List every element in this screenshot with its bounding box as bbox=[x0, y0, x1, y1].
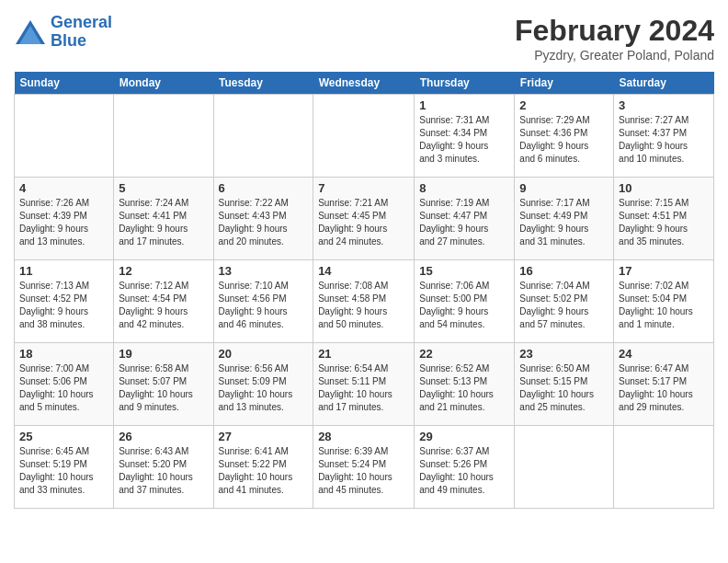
day-number: 25 bbox=[19, 430, 108, 443]
day-number: 11 bbox=[19, 264, 108, 278]
day-number: 20 bbox=[219, 347, 309, 361]
day-info: Sunrise: 7:13 AM Sunset: 4:52 PM Dayligh… bbox=[19, 280, 108, 331]
day-number: 23 bbox=[519, 347, 609, 361]
calendar-cell: 29Sunrise: 6:37 AM Sunset: 5:26 PM Dayli… bbox=[415, 426, 515, 509]
calendar-cell: 2Sunrise: 7:29 AM Sunset: 4:36 PM Daylig… bbox=[515, 95, 614, 178]
calendar-cell: 23Sunrise: 6:50 AM Sunset: 5:15 PM Dayli… bbox=[515, 343, 614, 426]
calendar-cell: 25Sunrise: 6:45 AM Sunset: 5:19 PM Dayli… bbox=[15, 426, 114, 509]
calendar-cell bbox=[614, 426, 714, 509]
logo-line2: Blue bbox=[51, 32, 112, 51]
calendar-cell: 11Sunrise: 7:13 AM Sunset: 4:52 PM Dayli… bbox=[15, 260, 114, 343]
day-number: 29 bbox=[419, 430, 509, 443]
calendar-cell: 8Sunrise: 7:19 AM Sunset: 4:47 PM Daylig… bbox=[415, 178, 515, 260]
calendar-cell bbox=[515, 426, 614, 509]
calendar-cell: 15Sunrise: 7:06 AM Sunset: 5:00 PM Dayli… bbox=[415, 260, 515, 343]
day-info: Sunrise: 6:58 AM Sunset: 5:07 PM Dayligh… bbox=[119, 362, 208, 414]
day-info: Sunrise: 6:54 AM Sunset: 5:11 PM Dayligh… bbox=[318, 362, 409, 414]
calendar-week-row: 1Sunrise: 7:31 AM Sunset: 4:34 PM Daylig… bbox=[15, 95, 714, 178]
calendar-cell: 1Sunrise: 7:31 AM Sunset: 4:34 PM Daylig… bbox=[415, 95, 515, 178]
day-info: Sunrise: 7:29 AM Sunset: 4:36 PM Dayligh… bbox=[519, 114, 609, 166]
calendar-week-row: 18Sunrise: 7:00 AM Sunset: 5:06 PM Dayli… bbox=[15, 343, 714, 426]
logo-icon bbox=[14, 18, 47, 46]
calendar-cell: 16Sunrise: 7:04 AM Sunset: 5:02 PM Dayli… bbox=[515, 260, 614, 343]
day-info: Sunrise: 7:19 AM Sunset: 4:47 PM Dayligh… bbox=[419, 197, 509, 248]
day-info: Sunrise: 7:15 AM Sunset: 4:51 PM Dayligh… bbox=[619, 197, 709, 248]
day-number: 27 bbox=[219, 430, 309, 443]
day-number: 21 bbox=[318, 347, 409, 361]
day-info: Sunrise: 6:39 AM Sunset: 5:24 PM Dayligh… bbox=[318, 445, 409, 497]
weekday-header-wednesday: Wednesday bbox=[313, 72, 415, 95]
calendar-cell: 4Sunrise: 7:26 AM Sunset: 4:39 PM Daylig… bbox=[15, 178, 114, 260]
day-info: Sunrise: 6:43 AM Sunset: 5:20 PM Dayligh… bbox=[119, 445, 208, 497]
day-number: 13 bbox=[219, 264, 309, 278]
logo-text: General Blue bbox=[51, 14, 112, 51]
calendar-cell: 20Sunrise: 6:56 AM Sunset: 5:09 PM Dayli… bbox=[213, 343, 313, 426]
day-number: 26 bbox=[119, 430, 208, 443]
day-number: 15 bbox=[419, 264, 509, 278]
calendar-cell: 27Sunrise: 6:41 AM Sunset: 5:22 PM Dayli… bbox=[213, 426, 313, 509]
calendar-cell: 5Sunrise: 7:24 AM Sunset: 4:41 PM Daylig… bbox=[114, 178, 213, 260]
day-number: 10 bbox=[619, 181, 709, 195]
logo-line1: General bbox=[51, 13, 112, 31]
day-info: Sunrise: 7:04 AM Sunset: 5:02 PM Dayligh… bbox=[519, 280, 609, 331]
day-number: 9 bbox=[519, 181, 609, 195]
day-info: Sunrise: 7:17 AM Sunset: 4:49 PM Dayligh… bbox=[519, 197, 609, 248]
weekday-header-saturday: Saturday bbox=[614, 72, 714, 95]
weekday-header-row: SundayMondayTuesdayWednesdayThursdayFrid… bbox=[15, 72, 714, 95]
day-number: 6 bbox=[219, 181, 309, 195]
day-number: 4 bbox=[19, 181, 108, 195]
calendar-cell: 21Sunrise: 6:54 AM Sunset: 5:11 PM Dayli… bbox=[313, 343, 415, 426]
day-number: 22 bbox=[419, 347, 509, 361]
day-info: Sunrise: 6:45 AM Sunset: 5:19 PM Dayligh… bbox=[19, 445, 108, 497]
day-number: 2 bbox=[519, 98, 609, 112]
calendar-week-row: 4Sunrise: 7:26 AM Sunset: 4:39 PM Daylig… bbox=[15, 178, 714, 260]
calendar-cell: 3Sunrise: 7:27 AM Sunset: 4:37 PM Daylig… bbox=[614, 95, 714, 178]
calendar-cell: 13Sunrise: 7:10 AM Sunset: 4:56 PM Dayli… bbox=[213, 260, 313, 343]
calendar-table: SundayMondayTuesdayWednesdayThursdayFrid… bbox=[14, 72, 714, 509]
day-number: 3 bbox=[619, 98, 709, 112]
day-info: Sunrise: 6:52 AM Sunset: 5:13 PM Dayligh… bbox=[419, 362, 509, 414]
day-info: Sunrise: 7:02 AM Sunset: 5:04 PM Dayligh… bbox=[619, 280, 709, 331]
day-number: 8 bbox=[419, 181, 509, 195]
weekday-header-thursday: Thursday bbox=[415, 72, 515, 95]
calendar-cell: 22Sunrise: 6:52 AM Sunset: 5:13 PM Dayli… bbox=[415, 343, 515, 426]
day-info: Sunrise: 7:00 AM Sunset: 5:06 PM Dayligh… bbox=[19, 362, 108, 414]
day-number: 17 bbox=[619, 264, 709, 278]
title-block: February 2024 Pyzdry, Greater Poland, Po… bbox=[515, 14, 714, 63]
day-number: 19 bbox=[119, 347, 208, 361]
calendar-cell bbox=[114, 95, 213, 178]
day-number: 16 bbox=[519, 264, 609, 278]
day-info: Sunrise: 6:56 AM Sunset: 5:09 PM Dayligh… bbox=[219, 362, 309, 414]
page-subtitle: Pyzdry, Greater Poland, Poland bbox=[515, 48, 714, 63]
calendar-cell: 14Sunrise: 7:08 AM Sunset: 4:58 PM Dayli… bbox=[313, 260, 415, 343]
day-info: Sunrise: 7:26 AM Sunset: 4:39 PM Dayligh… bbox=[19, 197, 108, 248]
calendar-cell: 7Sunrise: 7:21 AM Sunset: 4:45 PM Daylig… bbox=[313, 178, 415, 260]
day-info: Sunrise: 7:10 AM Sunset: 4:56 PM Dayligh… bbox=[219, 280, 309, 331]
day-number: 1 bbox=[419, 98, 509, 112]
day-info: Sunrise: 6:37 AM Sunset: 5:26 PM Dayligh… bbox=[419, 445, 509, 497]
day-number: 7 bbox=[318, 181, 409, 195]
calendar-cell bbox=[15, 95, 114, 178]
calendar-cell: 24Sunrise: 6:47 AM Sunset: 5:17 PM Dayli… bbox=[614, 343, 714, 426]
calendar-week-row: 25Sunrise: 6:45 AM Sunset: 5:19 PM Dayli… bbox=[15, 426, 714, 509]
day-info: Sunrise: 7:31 AM Sunset: 4:34 PM Dayligh… bbox=[419, 114, 509, 166]
weekday-header-monday: Monday bbox=[114, 72, 213, 95]
day-number: 18 bbox=[19, 347, 108, 361]
day-info: Sunrise: 7:24 AM Sunset: 4:41 PM Dayligh… bbox=[119, 197, 208, 248]
calendar-cell bbox=[313, 95, 415, 178]
weekday-header-tuesday: Tuesday bbox=[213, 72, 313, 95]
page-title: February 2024 bbox=[515, 14, 714, 48]
calendar-cell: 26Sunrise: 6:43 AM Sunset: 5:20 PM Dayli… bbox=[114, 426, 213, 509]
page-header: General Blue February 2024 Pyzdry, Great… bbox=[14, 14, 714, 63]
day-info: Sunrise: 7:22 AM Sunset: 4:43 PM Dayligh… bbox=[219, 197, 309, 248]
day-number: 5 bbox=[119, 181, 208, 195]
calendar-cell: 17Sunrise: 7:02 AM Sunset: 5:04 PM Dayli… bbox=[614, 260, 714, 343]
day-info: Sunrise: 7:21 AM Sunset: 4:45 PM Dayligh… bbox=[318, 197, 409, 248]
calendar-cell: 18Sunrise: 7:00 AM Sunset: 5:06 PM Dayli… bbox=[15, 343, 114, 426]
day-info: Sunrise: 6:47 AM Sunset: 5:17 PM Dayligh… bbox=[619, 362, 709, 414]
day-info: Sunrise: 6:50 AM Sunset: 5:15 PM Dayligh… bbox=[519, 362, 609, 414]
calendar-cell: 12Sunrise: 7:12 AM Sunset: 4:54 PM Dayli… bbox=[114, 260, 213, 343]
calendar-cell: 19Sunrise: 6:58 AM Sunset: 5:07 PM Dayli… bbox=[114, 343, 213, 426]
day-info: Sunrise: 7:27 AM Sunset: 4:37 PM Dayligh… bbox=[619, 114, 709, 166]
day-info: Sunrise: 7:06 AM Sunset: 5:00 PM Dayligh… bbox=[419, 280, 509, 331]
